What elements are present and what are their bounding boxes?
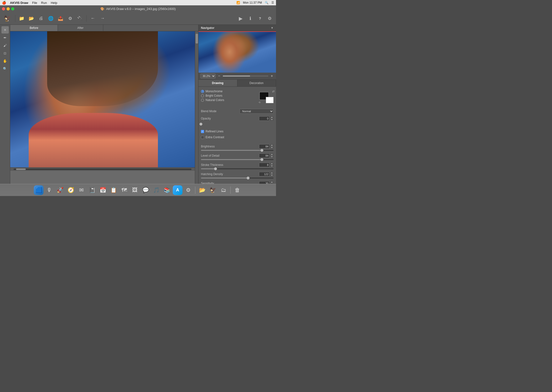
launchpad-icon[interactable]: 🚀	[55, 185, 65, 195]
brightness-down[interactable]: ▼	[270, 146, 274, 149]
tab-before[interactable]: Before	[10, 25, 58, 31]
stroke-thickness-up[interactable]: ▲	[270, 162, 274, 165]
scrollbar-horizontal[interactable]	[10, 167, 195, 171]
level-of-detail-up[interactable]: ▲	[270, 153, 274, 156]
radio-natural-colors[interactable]	[201, 99, 204, 102]
opacity-down[interactable]: ▼	[270, 119, 274, 121]
close-button[interactable]	[2, 7, 5, 10]
hatching-density-input[interactable]	[259, 172, 270, 176]
music-icon[interactable]: 🎵	[151, 185, 161, 195]
menu-file[interactable]: File	[32, 1, 37, 5]
messages-icon[interactable]: 💬	[141, 185, 150, 195]
help-btn[interactable]: ?	[256, 14, 264, 23]
settings-btn[interactable]: ⚙	[66, 14, 75, 23]
share-btn[interactable]: 🌐	[46, 14, 55, 23]
prefs-btn[interactable]: ⚙	[265, 14, 274, 23]
zoom-in-btn[interactable]: +	[270, 74, 274, 78]
safari-icon[interactable]: 🧭	[66, 185, 76, 195]
reset-colors-btn[interactable]: ⟲	[259, 101, 260, 104]
opacity-input[interactable]	[259, 116, 270, 121]
nav-indicator-line	[198, 31, 276, 32]
sensitivity-row: Sensitivity ▲ ▼	[201, 180, 274, 184]
zoom-tool[interactable]: 🔍	[1, 65, 9, 72]
reminders-icon[interactable]: 📋	[109, 185, 118, 195]
stroke-thickness-label: Stroke Thickness	[201, 163, 223, 167]
print-btn[interactable]: 🖨	[37, 14, 45, 23]
stroke-thickness-slider[interactable]	[201, 168, 274, 169]
refined-lines-row: Refined Lines	[201, 129, 274, 134]
level-of-detail-slider[interactable]	[201, 159, 274, 160]
crop-tool[interactable]: ⊡	[1, 50, 9, 57]
batch-btn[interactable]: 📂	[27, 14, 36, 23]
zoom-slider[interactable]	[223, 76, 268, 77]
menu-help[interactable]: Help	[51, 1, 57, 5]
akvis-icon[interactable]: 🦅	[208, 185, 218, 195]
navigator-expand-btn[interactable]: ▼	[271, 26, 274, 30]
finder2-icon[interactable]: 📂	[197, 185, 207, 195]
finder-icon[interactable]: 🟦	[34, 185, 43, 195]
stroke-thickness-input[interactable]	[259, 163, 270, 167]
hatching-density-up[interactable]: ▲	[270, 172, 274, 174]
brightness-slider[interactable]	[201, 150, 274, 151]
canvas-viewport[interactable]	[10, 31, 195, 167]
minimize-button[interactable]	[7, 7, 10, 10]
swap-colors-btn[interactable]: ⇄	[272, 90, 275, 93]
brightness-row: Brightness ▲ ▼	[201, 144, 274, 152]
menu-list-icon[interactable]: ☰	[271, 1, 274, 4]
tab-decoration[interactable]: Decoration	[237, 80, 276, 86]
refined-lines-label: Refined Lines	[206, 130, 223, 133]
radio-bright-colors[interactable]	[201, 94, 204, 97]
maximize-button[interactable]	[11, 7, 14, 10]
background-color[interactable]	[266, 97, 274, 103]
files-icon[interactable]: 🗂	[219, 185, 228, 195]
play-btn[interactable]: ▶	[236, 14, 245, 23]
calendar-icon[interactable]: 📅	[98, 185, 108, 195]
back-btn[interactable]: ←	[88, 14, 97, 23]
sensitivity-up[interactable]: ▲	[270, 181, 274, 183]
level-of-detail-down[interactable]: ▼	[270, 156, 274, 158]
export-btn[interactable]: 📤	[56, 14, 65, 23]
trash-icon[interactable]: 🗑	[233, 185, 242, 195]
appstore-icon[interactable]: A	[173, 185, 182, 195]
siri-icon[interactable]: 🎙	[44, 185, 54, 195]
search-icon[interactable]: 🔍	[265, 1, 268, 4]
mail-icon[interactable]: ✉	[77, 185, 86, 195]
hatching-density-down[interactable]: ▼	[270, 174, 274, 177]
stroke-thickness-down[interactable]: ▼	[270, 165, 274, 167]
select-tool[interactable]: ✕	[1, 26, 9, 34]
sensitivity-input[interactable]	[259, 181, 270, 184]
blend-mode-row: Blend Mode Normal	[201, 108, 274, 114]
blend-mode-select[interactable]: Normal	[240, 109, 274, 114]
zoom-out-btn[interactable]: −	[217, 74, 221, 78]
open-file-btn[interactable]: 📁	[17, 14, 26, 23]
systemprefs-icon[interactable]: ⚙	[183, 185, 193, 195]
level-of-detail-input[interactable]	[259, 153, 270, 158]
apple-menu[interactable]: 🍎	[2, 1, 6, 5]
brightness-input[interactable]	[259, 144, 270, 149]
hatching-density-slider[interactable]	[201, 178, 274, 179]
opacity-up[interactable]: ▲	[270, 116, 274, 119]
forward-btn[interactable]: →	[98, 14, 107, 23]
zoom-select[interactable]: 30.2%	[200, 74, 216, 78]
menu-run[interactable]: Run	[41, 1, 47, 5]
extra-contrast-checkbox[interactable]	[201, 136, 204, 139]
sensitivity-label: Sensitivity	[201, 182, 214, 184]
tab-drawing[interactable]: Drawing	[198, 80, 237, 86]
refined-lines-checkbox[interactable]	[201, 130, 204, 133]
scrollbar-vertical[interactable]	[195, 31, 198, 184]
stroke-thickness-row: Stroke Thickness ▲ ▼	[201, 162, 274, 170]
brightness-up[interactable]: ▲	[270, 144, 274, 146]
info-btn[interactable]: ℹ	[246, 14, 255, 23]
paint-tool[interactable]: ✒	[1, 34, 9, 41]
maps-icon[interactable]: 🗺	[119, 185, 129, 195]
notes-icon[interactable]: 📓	[87, 185, 97, 195]
hand-tool[interactable]: ✋	[1, 57, 9, 65]
photos-icon[interactable]: 🖼	[130, 185, 140, 195]
brush-tool[interactable]: 🖌	[1, 42, 9, 49]
plugin-btn[interactable]: 🔌	[76, 14, 84, 23]
color-mode-section: Monochrome Bright Colors Natural Colors …	[201, 89, 274, 104]
books-icon[interactable]: 📚	[162, 185, 172, 195]
radio-monochrome[interactable]	[201, 90, 204, 93]
tab-after[interactable]: After	[58, 25, 103, 31]
sensitivity-down[interactable]: ▼	[270, 183, 274, 184]
